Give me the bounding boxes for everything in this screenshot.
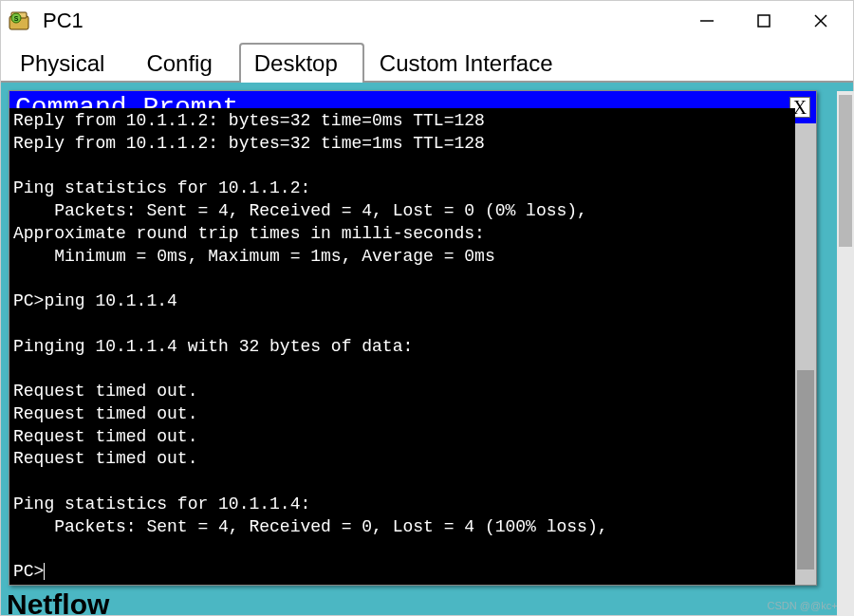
app-window: S PC1 Physical Config Desktop Custom Int… xyxy=(0,0,854,616)
watermark: CSDN @@kc++ xyxy=(768,600,844,611)
tab-custom[interactable]: Custom Interface xyxy=(364,43,580,83)
terminal-scrollbar[interactable] xyxy=(795,123,816,585)
tab-physical[interactable]: Physical xyxy=(5,43,131,83)
window-scrollbar[interactable] xyxy=(837,91,854,616)
close-button[interactable] xyxy=(792,1,849,41)
window-scrollbar-thumb[interactable] xyxy=(839,95,852,247)
titlebar: S PC1 xyxy=(1,1,853,41)
desktop-app-label: Netflow xyxy=(7,588,109,615)
terminal-cursor xyxy=(44,563,45,580)
command-prompt-window: Command Prompt X Reply from 10.1.1.2: by… xyxy=(9,90,817,586)
svg-rect-5 xyxy=(758,15,770,27)
svg-text:S: S xyxy=(14,15,19,22)
tab-desktop[interactable]: Desktop xyxy=(239,43,364,83)
minimize-button[interactable] xyxy=(678,1,735,41)
pc-icon: S xyxy=(9,9,33,33)
terminal-output[interactable]: Reply from 10.1.1.2: bytes=32 time=0ms T… xyxy=(9,108,795,585)
desktop-area: Command Prompt X Reply from 10.1.1.2: by… xyxy=(1,83,853,615)
maximize-button[interactable] xyxy=(735,1,792,41)
window-title: PC1 xyxy=(43,9,678,33)
tab-bar: Physical Config Desktop Custom Interface xyxy=(1,41,853,83)
terminal-scrollbar-thumb[interactable] xyxy=(797,370,814,569)
tab-config[interactable]: Config xyxy=(131,43,238,83)
terminal-wrap: Reply from 10.1.1.2: bytes=32 time=0ms T… xyxy=(9,123,816,585)
window-controls xyxy=(678,1,849,41)
